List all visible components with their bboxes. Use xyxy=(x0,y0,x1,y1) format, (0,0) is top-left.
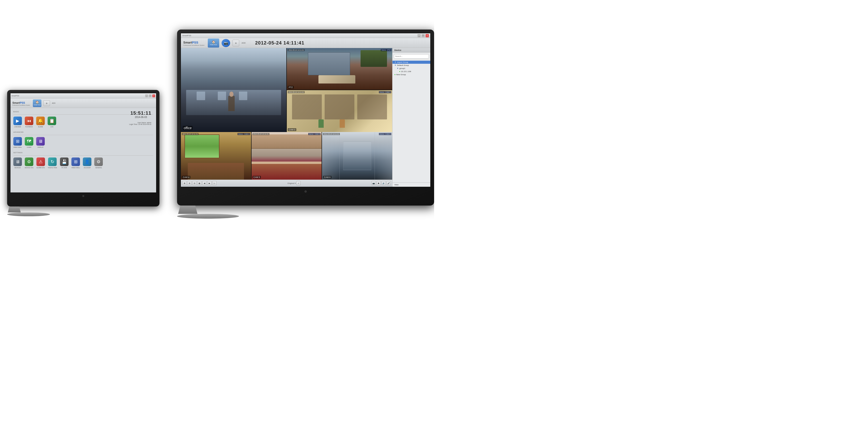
alarm-item[interactable]: 🔔 ALARM xyxy=(36,117,45,127)
lv-logo-pss: PSS xyxy=(192,41,198,44)
tree-item-import-label: Import Group xyxy=(397,61,408,63)
cam-cam4-label: CAM 4 xyxy=(182,176,190,179)
tree-item-import[interactable]: ▼ Import Group xyxy=(393,61,430,64)
office-monitor-2 xyxy=(218,92,226,100)
cam-cam5-label: CAM 5 xyxy=(252,176,261,179)
lv-close-btn[interactable]: × xyxy=(426,34,429,37)
monitor-2-screen: SmartPSS _ □ × SmartPSS Professional S xyxy=(180,33,431,187)
lv-maximize-btn[interactable]: □ xyxy=(422,34,425,37)
record-btn[interactable]: ⏺ xyxy=(376,181,381,185)
add-button[interactable]: + xyxy=(43,100,50,106)
layout-1-btn[interactable]: ⊠ xyxy=(182,181,187,185)
power-indicator xyxy=(82,195,84,197)
tree-item-newgroup[interactable]: ● New Group xyxy=(393,73,430,76)
log-icon: 📋 xyxy=(48,117,56,125)
lv-add-label: ADD xyxy=(242,42,246,44)
lv-minimize-btn[interactable]: _ xyxy=(417,34,421,37)
vwall2-item[interactable]: ⊞ VIDEO WALL xyxy=(71,157,80,168)
tree-item-default-label: Default Group xyxy=(397,64,409,66)
lv-add-button[interactable]: + xyxy=(232,40,239,46)
cam-cam5-cell[interactable]: 2012-05-24 14:11:41 Demo - CAM 5 CAM 5 xyxy=(252,132,322,180)
playback-item[interactable]: ⏮ PLAYBACK xyxy=(25,117,33,127)
tree-item-ip1[interactable]: ● 10.15.1.108 xyxy=(393,70,430,73)
lv-toolbar: SmartPSS Professional Surveillance Syste… xyxy=(181,38,430,48)
cam-ptz-label: PTZ xyxy=(288,86,294,89)
videowall-item[interactable]: ⊞ VIDEO WALL xyxy=(13,137,22,148)
home-page-button[interactable]: 🏠 HOME PAGE xyxy=(33,99,41,107)
monitor-1-base xyxy=(7,213,50,216)
vwall2-label: VIDEO WALL xyxy=(71,167,80,168)
tree-shape xyxy=(361,50,387,67)
monitor-1-chin xyxy=(10,193,157,199)
lower-cabinets xyxy=(252,163,322,180)
tour-icon: ↻ xyxy=(48,157,57,166)
add-label: ADD xyxy=(52,102,56,104)
sidebar-view-label: View xyxy=(393,183,430,187)
log-item[interactable]: 📋 LOG xyxy=(48,117,56,127)
layout-9-btn[interactable]: ⊟ xyxy=(192,181,196,185)
account-item[interactable]: 👤 ACCOUNT xyxy=(83,157,91,168)
talk-btn[interactable]: 🎤 xyxy=(386,181,391,185)
lv-add-icon: + xyxy=(235,41,237,45)
minimize-button[interactable]: _ xyxy=(145,94,148,97)
maximize-button[interactable]: □ xyxy=(149,94,152,97)
camera-icon: 📷 xyxy=(224,41,228,45)
devcfg-label: DEVICE CFG xyxy=(25,167,34,168)
tree-item-import-icon: ▼ xyxy=(394,61,396,63)
login-time-label: Login Time: 15:49 2014-06-01 xyxy=(129,123,151,125)
logo-smart-text: Smart xyxy=(12,101,20,104)
cam-ptz-cell[interactable]: 2012-05-24 14:11:41 Demo - PTZ PTZ xyxy=(287,48,392,90)
cam-ptz-name: Demo - PTZ xyxy=(381,49,391,51)
general-item[interactable]: ⚙ GENERAL xyxy=(94,157,103,168)
next-page-btn[interactable]: ▶ xyxy=(207,181,212,185)
lv-titlebar: SmartPSS _ □ × xyxy=(181,33,430,38)
cam-cam3-cell[interactable]: 2012-05-24 14:11:41 Demo - CAM 3 CAM 3 xyxy=(287,90,392,132)
sidebar-search-input[interactable] xyxy=(394,54,429,59)
alarmcfg-label: ALARM CFG xyxy=(36,167,45,168)
devices-item[interactable]: 🖥 DEVICES xyxy=(13,157,22,168)
alarmcfg-item[interactable]: ⚠ ALARM CFG xyxy=(36,157,45,168)
display-item[interactable]: 🖥 DISPLAY xyxy=(36,137,45,148)
corridor-perspective xyxy=(343,141,371,170)
advanced-divider xyxy=(13,135,153,135)
cam-cam6-cell[interactable]: 2012.05.24 14:11:41 Demo - CAM 6 CAM 6 xyxy=(322,132,392,180)
alarm-label: ALARM xyxy=(38,126,43,127)
tree-item-group1-label: group1 xyxy=(399,67,405,69)
tree-item-default-group[interactable]: ▼ Default Group xyxy=(393,64,430,67)
tree-item-group1[interactable]: ▼ group1 xyxy=(393,67,430,70)
shelf-1 xyxy=(292,94,322,119)
user-name-label: User Name: admin xyxy=(129,122,151,123)
cam-cam4-cell[interactable]: 2012.05.24 14:11:41 Demo - CAM 4 CAM 4 xyxy=(181,132,251,180)
logo-subtitle: Professional Surveillance System xyxy=(12,105,30,106)
emap-item[interactable]: 🗺 E-MAP xyxy=(25,137,33,148)
lv-home-button[interactable]: 🏠 HOME PAGE xyxy=(208,38,219,48)
fullscreen-btn[interactable]: ⤢ xyxy=(296,181,301,185)
snapshot-btn[interactable]: 📷 xyxy=(372,181,376,185)
cam-cam3-name: Demo - CAM 3 xyxy=(379,91,391,93)
close-button[interactable]: × xyxy=(152,94,155,97)
tour-item[interactable]: ↻ TOUR & TASK xyxy=(48,157,57,168)
office-scene-bg xyxy=(181,48,286,132)
device-tree: ▼ Import Group ▼ Default Group ▼ group1 xyxy=(393,60,430,122)
cam-office-cell[interactable]: office xyxy=(181,48,286,132)
monitor-1-screen: SmartPSS _ □ × SmartPSS Professional S xyxy=(10,93,157,193)
devcfg-item[interactable]: ⚙ DEVICE CFG xyxy=(25,157,34,168)
cam-cam6-label: CAM 6 xyxy=(323,176,332,179)
prev-page-btn[interactable]: ◀ xyxy=(202,181,207,185)
layout-4-btn[interactable]: ⊞ xyxy=(187,181,192,185)
liveview-item[interactable]: ▶ LIVEVIEW xyxy=(13,117,22,127)
liveview-label: LIVEVIEW xyxy=(14,126,21,127)
garage-door xyxy=(308,52,350,75)
layout-16-btn[interactable]: ▦ xyxy=(197,181,202,185)
quality-dropdown-icon: ▾ xyxy=(294,182,296,184)
quality-selector[interactable]: Original ▾ xyxy=(287,182,296,184)
pcnvr-icon: 💾 xyxy=(60,157,68,166)
start-tour-btn[interactable]: ▷ xyxy=(212,181,217,185)
monitor-2-base xyxy=(177,214,239,219)
audio-btn[interactable]: 🔊 xyxy=(381,181,386,185)
lv-datetime-large: 2012-05-24 14:11:41 xyxy=(255,40,304,46)
devcfg-icon: ⚙ xyxy=(25,157,33,166)
tree-item-ip1-status-icon: ● xyxy=(399,70,400,72)
pcnvr-item[interactable]: 💾 PC-NVR xyxy=(60,157,68,168)
tree-item-newgroup-label: New Group xyxy=(396,73,406,76)
